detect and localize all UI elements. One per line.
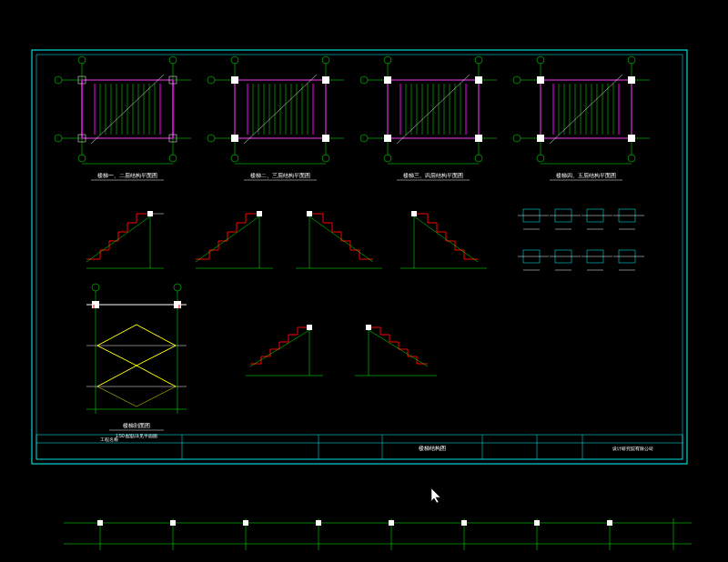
svg-rect-76 (384, 76, 391, 84)
plan-3-label: 楼梯三、四层结构平面图 (403, 173, 463, 178)
svg-rect-133 (257, 211, 262, 216)
svg-rect-182 (366, 325, 371, 330)
svg-rect-79 (475, 135, 482, 142)
svg-rect-206 (316, 520, 321, 526)
svg-rect-48 (322, 135, 329, 142)
svg-rect-109 (537, 135, 544, 142)
section-note: 1:50 配筋详见平面图 (116, 433, 157, 438)
svg-rect-78 (384, 135, 391, 142)
svg-rect-203 (97, 520, 103, 526)
plan-1-label: 楼梯一、二层结构平面图 (97, 173, 157, 178)
svg-rect-136 (307, 211, 312, 216)
svg-rect-173 (174, 301, 181, 308)
svg-rect-179 (307, 325, 312, 330)
plan-4-label: 楼梯四、五层结构平面图 (556, 173, 616, 178)
svg-rect-77 (475, 76, 482, 84)
svg-rect-46 (322, 76, 329, 84)
svg-rect-45 (231, 76, 238, 84)
svg-rect-172 (92, 301, 99, 308)
plan-2-label: 楼梯二、三层结构平面图 (250, 173, 310, 178)
company-name: 设计研究院有限公司 (612, 446, 653, 451)
svg-text:工程名称: 工程名称 (100, 437, 118, 442)
svg-rect-209 (534, 520, 540, 526)
svg-rect-205 (243, 520, 248, 526)
svg-rect-207 (389, 520, 394, 526)
cad-viewport[interactable]: 楼梯一、二层结构平面图 楼梯二、三层结构平面图 (0, 0, 728, 562)
svg-rect-47 (231, 135, 238, 142)
svg-rect-108 (628, 76, 635, 84)
svg-rect-208 (461, 520, 467, 526)
svg-rect-130 (147, 211, 153, 216)
svg-rect-139 (411, 211, 417, 216)
svg-rect-210 (607, 520, 612, 526)
svg-rect-107 (537, 76, 544, 84)
svg-rect-204 (170, 520, 176, 526)
svg-rect-110 (628, 135, 635, 142)
section-label: 楼梯剖面图 (123, 422, 150, 428)
drawing-title: 楼梯结构图 (419, 446, 446, 451)
